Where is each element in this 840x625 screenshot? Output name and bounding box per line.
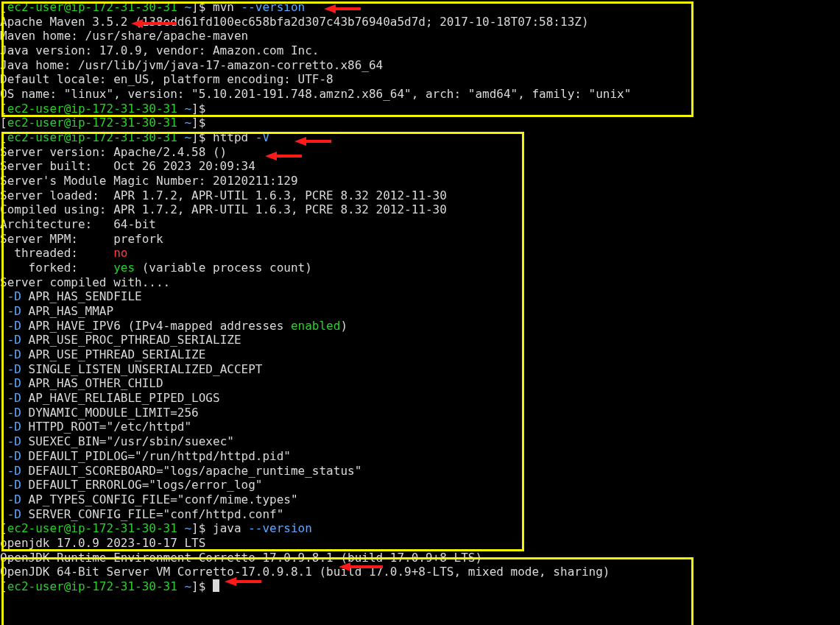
- cmd-option: --version: [241, 0, 306, 14]
- prompt: [ec2-user@ip-172-31-30-31 ~]$: [0, 116, 213, 130]
- output-line: OpenJDK Runtime Environment Corretto-17.…: [0, 551, 482, 565]
- prompt: [ec2-user@ip-172-31-30-31 ~]$: [0, 102, 213, 116]
- output-line: Default locale: en_US, platform encoding…: [0, 72, 333, 86]
- cmd-java: java: [213, 521, 248, 535]
- output-line: openjdk 17.0.9 2023-10-17 LTS: [0, 536, 205, 550]
- output-line: Server loaded: APR 1.7.2, APR-UTIL 1.6.3…: [0, 188, 447, 202]
- output-line: threaded: no: [0, 246, 127, 260]
- prompt: [ec2-user@ip-172-31-30-31 ~]$: [0, 130, 213, 144]
- cmd-mvn: mvn: [213, 0, 241, 14]
- output-line: OS name: "linux", version: "5.10.201-191…: [0, 87, 631, 101]
- output-line: Architecture: 64-bit: [0, 217, 156, 231]
- output-line: OpenJDK 64-Bit Server VM Corretto-17.0.9…: [0, 565, 610, 579]
- output-line: Maven home: /usr/share/apache-maven: [0, 29, 248, 43]
- prompt: [ec2-user@ip-172-31-30-31 ~]$: [0, 0, 213, 14]
- output-line: Server version: Apache/2.4.58 (): [0, 145, 227, 159]
- terminal-output[interactable]: [ec2-user@ip-172-31-30-31 ~]$ mvn --vers…: [0, 0, 840, 594]
- cmd-option: -V: [255, 130, 269, 144]
- cmd-httpd: httpd: [213, 130, 255, 144]
- prompt: [ec2-user@ip-172-31-30-31 ~]$: [0, 521, 213, 535]
- compile-flag: -D APR_HAVE_IPV6 (IPv4-mapped addresses …: [0, 319, 347, 333]
- output-line: Java home: /usr/lib/jvm/java-17-amazon-c…: [0, 58, 383, 72]
- compile-flag: -D DEFAULT_SCOREBOARD="logs/apache_runti…: [0, 464, 361, 478]
- output-line: Server compiled with....: [0, 275, 170, 289]
- output-line: Server built: Oct 26 2023 20:09:34: [0, 159, 255, 173]
- compile-flag: -D APR_USE_PTHREAD_SERIALIZE: [0, 347, 205, 361]
- output-line: Server MPM: prefork: [0, 232, 163, 246]
- output-line: Compiled using: APR 1.7.2, APR-UTIL 1.6.…: [0, 202, 447, 216]
- compile-flag: -D AP_HAVE_RELIABLE_PIPED_LOGS: [0, 391, 220, 405]
- cursor: [213, 579, 219, 592]
- output-line: Apache Maven 3.5.2 (138edd61fd100ec658bf…: [0, 15, 589, 29]
- compile-flag: -D APR_HAS_OTHER_CHILD: [0, 376, 163, 390]
- compile-flag: -D DEFAULT_PIDLOG="/run/httpd/httpd.pid": [0, 449, 291, 463]
- compile-flag: -D DEFAULT_ERRORLOG="logs/error_log": [0, 478, 262, 492]
- output-line: Server's Module Magic Number: 20120211:1…: [0, 174, 298, 188]
- output-line: Java version: 17.0.9, vendor: Amazon.com…: [0, 43, 319, 57]
- cmd-option: --version: [248, 521, 312, 535]
- compile-flag: -D HTTPD_ROOT="/etc/httpd": [0, 420, 191, 434]
- output-line: forked: yes (variable process count): [0, 261, 312, 275]
- compile-flag: -D SUEXEC_BIN="/usr/sbin/suexec": [0, 434, 234, 448]
- compile-flag: -D APR_HAS_MMAP: [0, 304, 113, 318]
- compile-flag: -D APR_HAS_SENDFILE: [0, 289, 142, 303]
- compile-flag: -D DYNAMIC_MODULE_LIMIT=256: [0, 406, 199, 420]
- compile-flag: -D SINGLE_LISTEN_UNSERIALIZED_ACCEPT: [0, 362, 262, 376]
- compile-flag: -D SERVER_CONFIG_FILE="conf/httpd.conf": [0, 507, 283, 521]
- prompt: [ec2-user@ip-172-31-30-31 ~]$: [0, 579, 213, 593]
- compile-flag: -D APR_USE_PROC_PTHREAD_SERIALIZE: [0, 333, 241, 347]
- compile-flag: -D AP_TYPES_CONFIG_FILE="conf/mime.types…: [0, 492, 298, 506]
